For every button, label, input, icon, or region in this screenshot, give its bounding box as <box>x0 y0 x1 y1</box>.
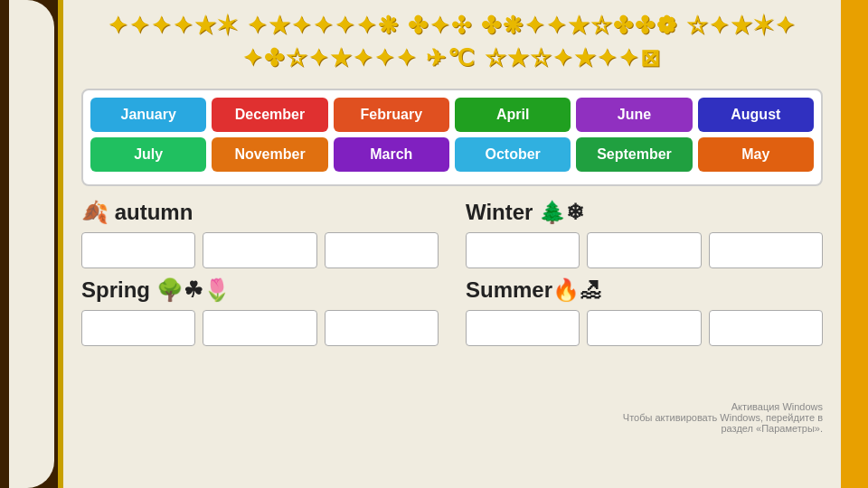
months-row-2: July November March October September Ma… <box>90 137 814 172</box>
right-stripe <box>841 0 868 488</box>
month-november[interactable]: November <box>212 137 327 172</box>
month-february[interactable]: February <box>334 98 449 132</box>
month-september[interactable]: September <box>576 137 692 172</box>
months-row-1: January December February April June Aug… <box>90 98 814 132</box>
title-area: ✦✦✦✦★✶ ✦★✦✦✦✦❋ ✤✦✣ ✤❋✦✦★☆✤✤❁ ☆✦★✶✦ ✦✤☆✦★… <box>81 9 823 75</box>
autumn-box-3[interactable] <box>325 232 439 268</box>
month-december[interactable]: December <box>212 98 327 132</box>
season-winter-boxes <box>466 232 823 268</box>
spring-box-2[interactable] <box>203 310 316 346</box>
season-spring-title: Spring 🌳☘🌷 <box>81 277 439 303</box>
season-summer-title: Summer🔥🏖 <box>466 277 823 303</box>
summer-box-3[interactable] <box>709 310 823 346</box>
month-march[interactable]: March <box>334 137 449 172</box>
title-line2: ✦✤☆✦★✦✦✦ ✈℃ ☆★☆✦★✦✦⊠ <box>81 42 823 74</box>
autumn-box-1[interactable] <box>81 232 195 268</box>
month-july[interactable]: July <box>90 137 206 172</box>
season-winter: Winter 🌲❄ <box>466 200 823 268</box>
season-autumn: 🍂 autumn <box>81 200 439 268</box>
season-autumn-boxes <box>81 232 439 268</box>
winter-box-1[interactable] <box>466 232 580 268</box>
month-august[interactable]: August <box>698 98 814 132</box>
left-stripe <box>0 0 63 488</box>
seasons-area-2: Spring 🌳☘🌷 Summer🔥🏖 <box>81 277 823 346</box>
left-stripe-inner <box>9 0 54 488</box>
months-container: January December February April June Aug… <box>81 89 823 186</box>
summer-box-2[interactable] <box>587 310 701 346</box>
winter-box-2[interactable] <box>587 232 701 268</box>
season-summer: Summer🔥🏖 <box>466 277 823 346</box>
season-spring-boxes <box>81 310 439 346</box>
season-autumn-title: 🍂 autumn <box>81 200 439 225</box>
autumn-box-2[interactable] <box>203 232 316 268</box>
month-january[interactable]: January <box>90 98 206 132</box>
season-winter-title: Winter 🌲❄ <box>466 200 823 225</box>
seasons-area: 🍂 autumn Winter 🌲❄ <box>81 200 823 268</box>
season-summer-boxes <box>466 310 823 346</box>
month-october[interactable]: October <box>455 137 571 172</box>
title-line1: ✦✦✦✦★✶ ✦★✦✦✦✦❋ ✤✦✣ ✤❋✦✦★☆✤✤❁ ☆✦★✶✦ <box>81 9 823 42</box>
season-spring: Spring 🌳☘🌷 <box>81 277 439 346</box>
summer-box-1[interactable] <box>466 310 580 346</box>
month-april[interactable]: April <box>455 98 571 132</box>
winter-box-3[interactable] <box>709 232 823 268</box>
spring-box-1[interactable] <box>81 310 195 346</box>
spring-box-3[interactable] <box>325 310 439 346</box>
main-content: ✦✦✦✦★✶ ✦★✦✦✦✦❋ ✤✦✣ ✤❋✦✦★☆✤✤❁ ☆✦★✶✦ ✦✤☆✦★… <box>63 0 841 488</box>
month-may[interactable]: May <box>698 137 814 172</box>
month-june[interactable]: June <box>576 98 692 132</box>
